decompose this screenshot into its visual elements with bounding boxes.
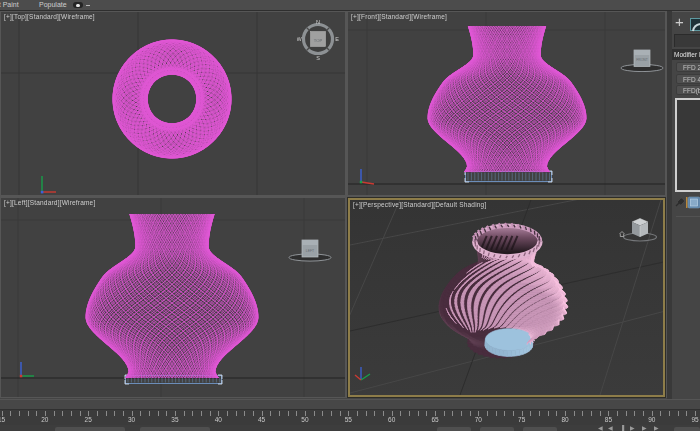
status-button[interactable] xyxy=(437,427,471,431)
ruler-tick xyxy=(548,411,549,416)
ruler-label: 55 xyxy=(345,416,352,423)
ruler-label: 15 xyxy=(0,416,5,423)
ruler-tick xyxy=(513,411,514,416)
ruler-tick xyxy=(227,411,228,416)
ruler-tick xyxy=(62,411,63,416)
ruler-tick xyxy=(28,411,29,416)
ruler-tick xyxy=(418,411,419,416)
object-name-field[interactable] xyxy=(674,34,700,47)
ruler-tick xyxy=(210,411,211,416)
ribbon-tab-object-paint[interactable]: Object Paint xyxy=(0,0,19,10)
ruler-tick xyxy=(400,411,401,416)
svg-text:N: N xyxy=(316,19,320,25)
ribbon-tab-populate[interactable]: Populate xyxy=(39,0,67,10)
ribbon-caret-icon[interactable] xyxy=(86,5,90,7)
ruler-tick xyxy=(166,411,167,416)
modifier-button-ffd2[interactable]: FFD 2x2x2 xyxy=(676,62,700,72)
modifier-list-dropdown[interactable]: Modifier List xyxy=(672,49,700,60)
ruler-label: 45 xyxy=(258,416,265,423)
ruler-tick xyxy=(340,411,341,416)
svg-text:S: S xyxy=(316,55,320,61)
ruler-tick xyxy=(331,411,332,416)
viewport-front-label[interactable]: [+][Front][Standard][Wireframe] xyxy=(351,13,447,20)
modify-tab-icon[interactable] xyxy=(690,18,700,31)
svg-text:FRONT: FRONT xyxy=(636,58,648,62)
ruler-tick xyxy=(374,411,375,416)
ruler-label: 95 xyxy=(691,416,698,423)
ruler-label: 50 xyxy=(301,416,308,423)
ruler-tick xyxy=(71,411,72,416)
ruler-tick xyxy=(591,411,592,416)
ruler-tick xyxy=(288,411,289,416)
ruler-tick xyxy=(244,411,245,416)
playback-glyph[interactable]: ▶ xyxy=(642,425,647,431)
ruler-tick xyxy=(626,411,627,416)
ruler-label: 25 xyxy=(85,416,92,423)
ruler-label: 30 xyxy=(128,416,135,423)
ribbon-bar: Object Paint Populate xyxy=(0,0,700,11)
status-button[interactable] xyxy=(674,427,700,431)
status-bar: ◀◀▐▶▶▶ xyxy=(0,425,700,431)
axis-tripod-front xyxy=(353,165,383,195)
ruler-tick xyxy=(487,411,488,416)
ruler-tick xyxy=(600,411,601,416)
playback-glyph[interactable]: ▐ xyxy=(620,425,624,431)
axis-tripod-top xyxy=(29,160,59,195)
ruler-label: 35 xyxy=(171,416,178,423)
ruler-tick xyxy=(140,411,141,416)
ruler-tick xyxy=(357,411,358,416)
viewport-perspective[interactable]: [+][Perspective][Standard][Default Shadi… xyxy=(348,198,665,397)
ruler-tick xyxy=(444,411,445,416)
playback-glyph[interactable]: ◀ xyxy=(608,425,613,431)
viewport-perspective-label[interactable]: [+][Perspective][Standard][Default Shadi… xyxy=(353,201,486,208)
playback-glyph[interactable]: ◀ xyxy=(598,425,603,431)
modifier-button-ffd4[interactable]: FFD 4x4x4 xyxy=(676,74,700,84)
ruler-tick xyxy=(279,411,280,416)
ruler-tick xyxy=(97,411,98,416)
ruler-tick xyxy=(669,411,670,416)
viewcube-top-icon[interactable]: TOPNSEW xyxy=(297,19,339,61)
status-button[interactable] xyxy=(140,427,210,431)
status-button[interactable] xyxy=(480,427,514,431)
ruler-label: 85 xyxy=(605,416,612,423)
svg-text:TOP: TOP xyxy=(314,38,323,43)
ruler-tick xyxy=(322,411,323,416)
playback-glyph[interactable]: ▶ xyxy=(630,425,635,431)
ruler-label: 90 xyxy=(648,416,655,423)
show-end-result-glyph xyxy=(691,199,698,206)
ruler-tick xyxy=(504,411,505,416)
ruler-tick xyxy=(80,411,81,416)
show-end-result-sliver xyxy=(686,197,688,208)
viewcube-front-icon[interactable]: FRONT xyxy=(618,30,665,72)
ribbon-toggle-dot xyxy=(76,4,80,7)
playback-glyph[interactable]: ▶ xyxy=(654,425,659,431)
viewport-top-label[interactable]: [+][Top][Standard][Wireframe] xyxy=(4,13,95,20)
ruler-tick xyxy=(686,411,687,416)
ruler-tick xyxy=(556,411,557,416)
viewcube-perspective-icon[interactable] xyxy=(616,213,664,249)
ribbon-toggle-icon[interactable] xyxy=(73,2,83,8)
ruler-label: 75 xyxy=(518,416,525,423)
ruler-tick xyxy=(314,411,315,416)
ruler-tick xyxy=(296,411,297,416)
viewcube-left-icon[interactable]: LEFT xyxy=(286,223,336,263)
timeline-ruler[interactable]: 1520253035404550556065707580859095 xyxy=(0,409,700,426)
ruler-tick xyxy=(270,411,271,416)
create-tab-icon[interactable]: + xyxy=(675,16,687,28)
ruler-tick xyxy=(539,411,540,416)
ruler-tick xyxy=(426,411,427,416)
ruler-tick xyxy=(158,411,159,416)
ruler-tick xyxy=(36,411,37,416)
viewport-left[interactable]: [+][Left][Standard][Wireframe] LEFT xyxy=(1,198,345,397)
modifier-stack-list[interactable] xyxy=(675,98,700,192)
ruler-tick xyxy=(383,411,384,416)
status-button[interactable] xyxy=(55,427,125,431)
modifier-button-ffdbox[interactable]: FFD(box) xyxy=(676,85,700,95)
viewport-front[interactable]: [+][Front][Standard][Wireframe] FRONT xyxy=(348,12,665,195)
viewport-top[interactable]: [+][Top][Standard][Wireframe] TOPNSEW xyxy=(1,12,345,195)
pin-stack-icon[interactable] xyxy=(676,198,685,206)
status-button[interactable] xyxy=(523,427,557,431)
viewport-left-label[interactable]: [+][Left][Standard][Wireframe] xyxy=(4,199,95,206)
viewport-area: [+][Top][Standard][Wireframe] TOPNSEW [+… xyxy=(0,11,667,398)
svg-text:LEFT: LEFT xyxy=(306,249,314,253)
